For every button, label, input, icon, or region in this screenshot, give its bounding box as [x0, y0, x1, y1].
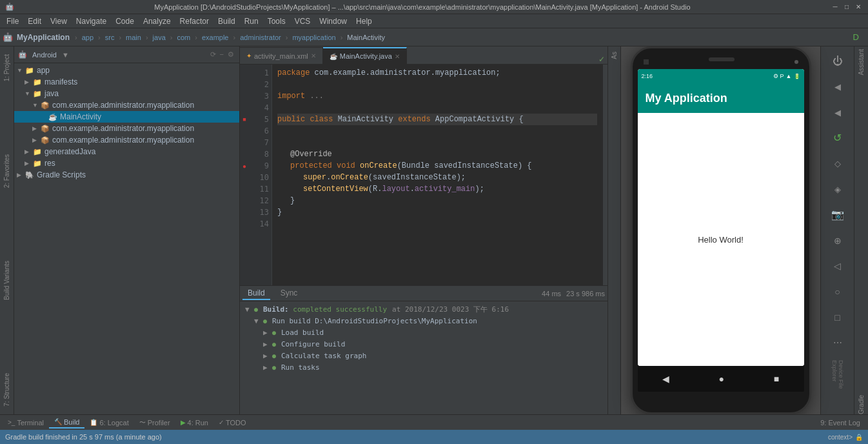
- menu-code[interactable]: Code: [112, 15, 138, 27]
- build-bottom-tab[interactable]: 🔨 Build: [49, 417, 84, 429]
- menu-view[interactable]: View: [46, 15, 71, 27]
- bottom-tabs: >_ Terminal 🔨 Build 📋 6: Logcat 〜 Profil…: [0, 414, 868, 430]
- build-expand-3[interactable]: [263, 328, 272, 338]
- breadcrumb-com[interactable]: com: [175, 32, 192, 43]
- breadcrumb-java[interactable]: java: [151, 32, 168, 43]
- tree-item-app[interactable]: ▼ 📁 app: [14, 65, 239, 76]
- build-tab-sync[interactable]: Sync: [275, 287, 303, 300]
- minimize-button[interactable]: ─: [831, 3, 840, 12]
- device-phone: 2:16 ⚙ P ▲ 🔋 My Application: [631, 46, 811, 414]
- panel-collapse-icon[interactable]: −: [219, 50, 225, 59]
- breadcrumb-administrator[interactable]: administrator: [238, 32, 283, 43]
- breadcrumb-src[interactable]: src: [103, 32, 117, 43]
- panel-title: Android: [32, 51, 57, 59]
- menu-refactor[interactable]: Refactor: [176, 15, 213, 27]
- assistant-side-label[interactable]: Assistant: [858, 49, 865, 76]
- status-icons: ⚙ P ▲ 🔋: [773, 73, 800, 79]
- side-label-build-variants[interactable]: Build Variants: [2, 257, 12, 304]
- run-icon: D: [853, 32, 859, 42]
- back-nav-button[interactable]: ◁: [825, 254, 851, 278]
- recent-nav-button[interactable]: □: [825, 305, 851, 330]
- panel-dropdown[interactable]: ▼: [62, 51, 69, 59]
- side-label-structure[interactable]: 7: Structure: [2, 369, 12, 410]
- side-label-project[interactable]: 1: Project: [2, 50, 12, 85]
- panel-settings-icon[interactable]: ⚙: [226, 50, 235, 59]
- code-editor[interactable]: package com.example.administrator.myappl…: [272, 65, 602, 285]
- tree-item-generatedjava[interactable]: ▶ 📁 generatedJava: [14, 146, 239, 157]
- tree-item-package-test[interactable]: ▶ 📦 com.example.administrator.myapplicat…: [14, 134, 239, 146]
- menu-navigate[interactable]: Navigate: [72, 15, 110, 27]
- tree-item-java[interactable]: ▼ 📁 java: [14, 88, 239, 99]
- screenshot-button[interactable]: 📷: [825, 203, 851, 227]
- project-panel-header: 🤖 Android ▼ ⟳ − ⚙: [14, 46, 239, 63]
- tree-item-manifests[interactable]: ▶ 📁 manifests: [14, 76, 239, 88]
- breadcrumb-app[interactable]: app: [80, 32, 95, 43]
- back-button[interactable]: ◀: [662, 374, 669, 384]
- gradle-side-label[interactable]: Gradle: [858, 395, 865, 414]
- rotate-button[interactable]: ↺: [825, 126, 851, 150]
- build-expand-4[interactable]: [263, 339, 272, 350]
- menu-edit[interactable]: Edit: [24, 15, 45, 27]
- panel-sync-icon[interactable]: ⟳: [209, 50, 217, 59]
- titlebar: 🤖 MyApplication [D:\AndroidStudioProject…: [0, 0, 868, 14]
- restore-button[interactable]: □: [842, 3, 851, 12]
- build-line-4: ● Configure build: [245, 339, 602, 350]
- more-button[interactable]: ⋯: [825, 330, 851, 355]
- breadcrumb-example[interactable]: example: [200, 32, 231, 43]
- close-button[interactable]: ✕: [854, 3, 863, 12]
- home-nav-button[interactable]: ○: [825, 279, 851, 304]
- front-camera-icon: [644, 59, 649, 65]
- tab-activity-xml[interactable]: ✦ activity_main.xml ✕: [240, 47, 323, 64]
- eraser-button[interactable]: ◈: [825, 177, 851, 201]
- tab-close-java[interactable]: ✕: [395, 53, 400, 60]
- zoom-in-button[interactable]: ⊕: [825, 228, 851, 253]
- tab-mainactivity-java[interactable]: ☕ MainActivity.java ✕: [323, 47, 407, 64]
- build-tab-build[interactable]: Build: [242, 287, 270, 300]
- menu-build[interactable]: Build: [214, 15, 239, 27]
- todo-tab[interactable]: ✓ TODO: [213, 418, 252, 428]
- panel-android-icon: 🤖: [18, 50, 27, 59]
- run-tab[interactable]: ▶ 4: Run: [175, 418, 213, 428]
- volume-down-button[interactable]: ◀: [825, 100, 851, 125]
- breakpoint-marker[interactable]: ●: [240, 160, 249, 172]
- event-log-label[interactable]: 9: Event Log: [815, 419, 865, 427]
- project-name[interactable]: MyApplication: [17, 33, 70, 42]
- breadcrumb-main[interactable]: main: [124, 32, 143, 43]
- navigation-toolbar: 🤖 MyApplication › app › src › main › jav…: [0, 28, 868, 46]
- tree-item-mainactivity[interactable]: ☕ MainActivity: [14, 111, 239, 123]
- menu-tools[interactable]: Tools: [264, 15, 290, 27]
- statusbar: Gradle build finished in 25 s 97 ms (a m…: [0, 430, 868, 444]
- build-expand-6[interactable]: [263, 363, 272, 373]
- code-gutter: ■ ●: [240, 65, 249, 285]
- far-left-panel: 1: Project 2: Favorites Build Variants 7…: [0, 46, 14, 414]
- tree-item-package-main[interactable]: ▼ 📦 com.example.administrator.myapplicat…: [14, 99, 239, 111]
- build-line-6: ● Run tasks: [245, 362, 602, 374]
- recent-button[interactable]: ■: [774, 374, 779, 384]
- volume-up-button[interactable]: ◀: [825, 75, 851, 99]
- power-button[interactable]: ⏻: [825, 49, 851, 74]
- menu-file[interactable]: File: [3, 15, 23, 27]
- menu-analyze[interactable]: Analyze: [139, 15, 175, 27]
- battery-icon: 🔋: [794, 74, 800, 79]
- side-label-favorites[interactable]: 2: Favorites: [2, 150, 12, 192]
- build-expand-1[interactable]: [245, 305, 254, 315]
- menu-window[interactable]: Window: [315, 15, 351, 27]
- tree-item-package-androidtest[interactable]: ▶ 📦 com.example.administrator.myapplicat…: [14, 123, 239, 134]
- build-expand-5[interactable]: [263, 351, 272, 361]
- menu-run[interactable]: Run: [241, 15, 262, 27]
- build-expand-2[interactable]: [254, 316, 263, 327]
- breadcrumb-mainactivity[interactable]: MainActivity: [345, 32, 387, 43]
- bookmark-button[interactable]: ◇: [825, 152, 851, 176]
- menu-vcs[interactable]: VCS: [291, 15, 315, 27]
- menu-help[interactable]: Help: [352, 15, 376, 27]
- tree-item-gradle-scripts[interactable]: ▶ 🐘 Gradle Scripts: [14, 169, 239, 181]
- lock-icon: 🔒: [855, 434, 863, 441]
- profiler-tab[interactable]: 〜 Profiler: [134, 417, 175, 429]
- breadcrumb-myapplication[interactable]: myapplication: [290, 32, 337, 43]
- tree-item-res[interactable]: ▶ 📁 res: [14, 157, 239, 169]
- editor-scrollbar[interactable]: [602, 65, 607, 285]
- logcat-tab[interactable]: 📋 6: Logcat: [84, 418, 133, 428]
- tab-close-xml[interactable]: ✕: [311, 52, 316, 59]
- terminal-tab[interactable]: >_ Terminal: [3, 418, 49, 428]
- home-button[interactable]: ●: [719, 374, 724, 384]
